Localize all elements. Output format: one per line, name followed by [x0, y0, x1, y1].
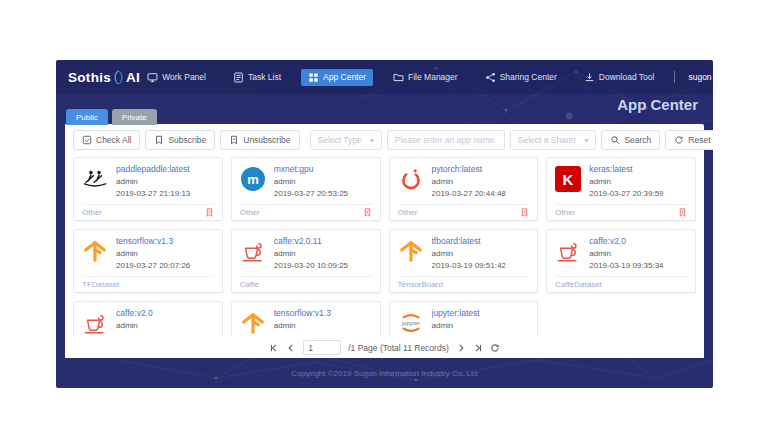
tensorflow-icon: [398, 238, 424, 264]
app-name-link[interactable]: jupyter:latest: [432, 308, 480, 318]
user-menu[interactable]: sugon: [688, 71, 713, 84]
keras-icon: K: [555, 166, 581, 192]
caffe-icon: [82, 310, 108, 336]
app-owner: admin: [116, 176, 190, 188]
page-number-input[interactable]: [303, 340, 341, 355]
app-category: TFDataset: [82, 280, 119, 289]
check-all-icon: [82, 135, 92, 145]
app-timestamp: 2019-03-20 10:09:25: [274, 260, 348, 272]
next-page-button[interactable]: [456, 343, 466, 353]
app-owner: admin: [432, 176, 506, 188]
reset-label: Reset: [688, 135, 710, 145]
app-category: TensorBoard: [398, 280, 443, 289]
unsubscribe-button[interactable]: Unsubscribe: [220, 130, 299, 150]
pytorch-icon: [398, 166, 424, 192]
app-name-link[interactable]: pytorch:latest: [432, 164, 506, 174]
nav-item-file-manager[interactable]: File Manager: [386, 69, 465, 86]
sharer-select[interactable]: Select a Sharer ▾: [510, 130, 597, 150]
bookmark-icon: [154, 135, 164, 145]
logo-swirl-icon: [112, 69, 125, 86]
nav-item-task-list[interactable]: Task List: [226, 69, 288, 86]
search-label: Search: [624, 135, 651, 145]
app-timestamp: 2019-03-27 20:44:48: [432, 188, 506, 200]
jupyter-icon: jupyter: [398, 310, 424, 336]
app-center-icon: [308, 72, 319, 83]
app-window: Sothis AI Work Panel Task List App Cente…: [56, 60, 713, 388]
app-name-link[interactable]: paddlepaddle:latest: [116, 164, 190, 174]
app-card: paddlepaddle:latest admin 2019-03-27 21:…: [73, 157, 223, 221]
app-category: Other: [82, 208, 102, 217]
last-page-button[interactable]: [473, 343, 483, 353]
app-card: caffe:v2.0 admin 2019-03-19 09:35:34 Caf…: [546, 229, 696, 293]
app-timestamp: 2019-03-27 20:39:59: [589, 188, 663, 200]
app-name-link[interactable]: keras:latest: [589, 164, 663, 174]
app-category: Other: [398, 208, 418, 217]
nav-item-download-tool[interactable]: Download Tool: [577, 69, 662, 86]
brand-right: AI: [126, 70, 140, 85]
svg-text:K: K: [563, 171, 574, 188]
file-manager-icon: [393, 72, 404, 83]
app-timestamp: 2019-03-19 09:51:42: [432, 260, 506, 272]
brand-left: Sothis: [68, 70, 111, 85]
chevron-down-icon: ▾: [584, 136, 588, 145]
mxnet-icon: m: [240, 166, 266, 192]
tensorflow-icon: [82, 238, 108, 264]
nav-item-app-center[interactable]: App Center: [301, 69, 373, 86]
bookmark-red-icon[interactable]: [678, 207, 687, 218]
app-timestamp: 2019-03-27 20:53:25: [274, 188, 348, 200]
app-card: tfboard:latest admin 2019-03-19 09:51:42…: [389, 229, 539, 293]
app-card: caffe:v2.0.11 admin 2019-03-20 10:09:25 …: [231, 229, 381, 293]
username: sugon: [688, 72, 711, 82]
type-select[interactable]: Select Type ▾: [310, 130, 382, 150]
app-card-grid: paddlepaddle:latest admin 2019-03-27 21:…: [73, 157, 696, 358]
tab-public[interactable]: Public: [66, 109, 108, 125]
tab-private[interactable]: Private: [112, 109, 157, 125]
app-timestamp: 2019-03-27 21:19:13: [116, 188, 190, 200]
app-name-link[interactable]: caffe:v2.0.11: [274, 236, 348, 246]
brand-logo: Sothis AI: [68, 69, 140, 86]
pagination-info: /1 Page (Total 11 Records): [348, 343, 448, 353]
app-name-link[interactable]: tfboard:latest: [432, 236, 506, 246]
check-all-button[interactable]: Check All: [73, 130, 140, 150]
app-category: Other: [555, 208, 575, 217]
bookmark-red-icon[interactable]: [520, 207, 529, 218]
download-tool-icon: [584, 72, 595, 83]
caffe-icon: [240, 238, 266, 264]
work-panel-icon: [147, 72, 158, 83]
search-button[interactable]: Search: [601, 130, 660, 150]
app-category: Other: [240, 208, 260, 217]
bookmark-red-icon[interactable]: [205, 207, 214, 218]
subscribe-button[interactable]: Subscribe: [145, 130, 215, 150]
nav-item-sharing-center[interactable]: Sharing Center: [478, 69, 564, 86]
svg-text:jupyter: jupyter: [400, 320, 419, 326]
app-name-link[interactable]: caffe:v2.0: [589, 236, 663, 246]
app-name-link[interactable]: tensorflow:v1.3: [116, 236, 190, 246]
reset-button[interactable]: Reset: [665, 130, 713, 150]
app-card: pytorch:latest admin 2019-03-27 20:44:48…: [389, 157, 539, 221]
reset-icon: [674, 135, 684, 145]
app-owner: admin: [589, 176, 663, 188]
tensorflow-icon: [240, 310, 266, 336]
app-owner: admin: [274, 248, 348, 260]
refresh-button[interactable]: [490, 343, 500, 353]
app-name-link[interactable]: caffe:v2.0: [116, 308, 153, 318]
nav-item-work-panel[interactable]: Work Panel: [140, 69, 213, 86]
app-owner: admin: [274, 320, 331, 332]
main-nav: Work Panel Task List App Center File Man…: [140, 69, 713, 86]
first-page-button[interactable]: [269, 343, 279, 353]
prev-page-button[interactable]: [286, 343, 296, 353]
app-name-link[interactable]: tensorflow:v1.3: [274, 308, 331, 318]
pagination: /1 Page (Total 11 Records): [65, 337, 704, 358]
app-owner: admin: [274, 176, 348, 188]
app-name-input[interactable]: [387, 130, 505, 150]
search-icon: [610, 135, 620, 145]
nav-divider: [674, 71, 675, 83]
toolbar: Check All Subscribe Unsubscribe Select T…: [73, 130, 696, 150]
paddlepaddle-icon: [82, 166, 108, 192]
app-name-link[interactable]: mxnet:gpu: [274, 164, 348, 174]
app-owner: admin: [589, 248, 663, 260]
sharing-center-icon: [485, 72, 496, 83]
app-owner: admin: [432, 248, 506, 260]
bookmark-red-icon[interactable]: [363, 207, 372, 218]
caffe-icon: [555, 238, 581, 264]
